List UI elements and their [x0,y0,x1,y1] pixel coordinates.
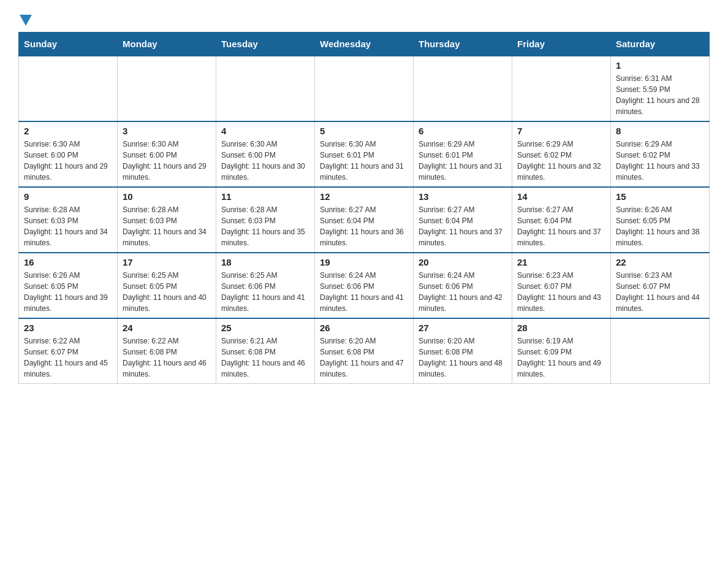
calendar-day-cell: 27Sunrise: 6:20 AM Sunset: 6:08 PM Dayli… [414,318,512,384]
logo-triangle-icon [20,15,32,26]
day-info: Sunrise: 6:26 AM Sunset: 6:05 PM Dayligh… [616,204,704,248]
day-info: Sunrise: 6:28 AM Sunset: 6:03 PM Dayligh… [24,204,112,248]
day-of-week-header: Tuesday [216,33,315,56]
calendar-day-cell [315,56,414,121]
day-info: Sunrise: 6:22 AM Sunset: 6:08 PM Dayligh… [123,335,211,380]
day-number: 14 [517,191,605,202]
day-number: 20 [419,257,507,267]
day-of-week-header: Wednesday [315,33,414,56]
day-number: 10 [123,191,211,202]
day-number: 19 [320,257,408,267]
day-number: 12 [320,191,408,202]
day-info: Sunrise: 6:23 AM Sunset: 6:07 PM Dayligh… [616,270,704,314]
calendar-header-row: SundayMondayTuesdayWednesdayThursdayFrid… [19,33,710,56]
day-info: Sunrise: 6:30 AM Sunset: 6:01 PM Dayligh… [320,139,408,183]
calendar-day-cell [19,56,118,121]
day-info: Sunrise: 6:27 AM Sunset: 6:04 PM Dayligh… [320,204,408,248]
calendar-day-cell: 16Sunrise: 6:26 AM Sunset: 6:05 PM Dayli… [19,253,118,318]
day-info: Sunrise: 6:28 AM Sunset: 6:03 PM Dayligh… [123,204,211,248]
day-info: Sunrise: 6:24 AM Sunset: 6:06 PM Dayligh… [320,270,408,314]
day-number: 16 [24,257,112,267]
calendar-day-cell: 17Sunrise: 6:25 AM Sunset: 6:05 PM Dayli… [118,253,216,318]
day-info: Sunrise: 6:23 AM Sunset: 6:07 PM Dayligh… [517,270,605,314]
day-number: 23 [24,323,112,333]
calendar-week-row: 23Sunrise: 6:22 AM Sunset: 6:07 PM Dayli… [19,318,710,384]
page-header [18,12,710,26]
day-number: 3 [123,126,211,136]
day-info: Sunrise: 6:30 AM Sunset: 6:00 PM Dayligh… [24,139,112,183]
day-info: Sunrise: 6:29 AM Sunset: 6:02 PM Dayligh… [616,139,704,183]
calendar-day-cell: 19Sunrise: 6:24 AM Sunset: 6:06 PM Dayli… [315,253,414,318]
calendar-week-row: 9Sunrise: 6:28 AM Sunset: 6:03 PM Daylig… [19,187,710,253]
calendar-day-cell: 25Sunrise: 6:21 AM Sunset: 6:08 PM Dayli… [216,318,315,384]
calendar-day-cell: 13Sunrise: 6:27 AM Sunset: 6:04 PM Dayli… [414,187,512,253]
day-of-week-header: Friday [512,33,611,56]
calendar-day-cell [118,56,216,121]
calendar-day-cell: 2Sunrise: 6:30 AM Sunset: 6:00 PM Daylig… [19,121,118,187]
calendar-day-cell: 15Sunrise: 6:26 AM Sunset: 6:05 PM Dayli… [611,187,710,253]
day-number: 22 [616,257,704,267]
calendar-day-cell: 1Sunrise: 6:31 AM Sunset: 5:59 PM Daylig… [611,56,710,121]
day-number: 26 [320,323,408,333]
calendar-day-cell: 12Sunrise: 6:27 AM Sunset: 6:04 PM Dayli… [315,187,414,253]
calendar-day-cell: 28Sunrise: 6:19 AM Sunset: 6:09 PM Dayli… [512,318,611,384]
day-number: 24 [123,323,211,333]
calendar-day-cell: 20Sunrise: 6:24 AM Sunset: 6:06 PM Dayli… [414,253,512,318]
day-info: Sunrise: 6:20 AM Sunset: 6:08 PM Dayligh… [320,335,408,380]
day-number: 2 [24,126,112,136]
calendar-day-cell: 10Sunrise: 6:28 AM Sunset: 6:03 PM Dayli… [118,187,216,253]
day-number: 15 [616,191,704,202]
day-number: 4 [221,126,309,136]
calendar-day-cell [611,318,710,384]
calendar-day-cell: 9Sunrise: 6:28 AM Sunset: 6:03 PM Daylig… [19,187,118,253]
calendar-day-cell: 7Sunrise: 6:29 AM Sunset: 6:02 PM Daylig… [512,121,611,187]
calendar-day-cell: 11Sunrise: 6:28 AM Sunset: 6:03 PM Dayli… [216,187,315,253]
day-info: Sunrise: 6:25 AM Sunset: 6:05 PM Dayligh… [123,270,211,314]
day-info: Sunrise: 6:24 AM Sunset: 6:06 PM Dayligh… [419,270,507,314]
day-info: Sunrise: 6:30 AM Sunset: 6:00 PM Dayligh… [221,139,309,183]
calendar-table: SundayMondayTuesdayWednesdayThursdayFrid… [18,32,710,384]
day-info: Sunrise: 6:30 AM Sunset: 6:00 PM Dayligh… [123,139,211,183]
day-number: 13 [419,191,507,202]
calendar-day-cell: 14Sunrise: 6:27 AM Sunset: 6:04 PM Dayli… [512,187,611,253]
day-number: 28 [517,323,605,333]
day-number: 7 [517,126,605,136]
day-number: 1 [616,60,704,71]
calendar-week-row: 2Sunrise: 6:30 AM Sunset: 6:00 PM Daylig… [19,121,710,187]
calendar-day-cell: 3Sunrise: 6:30 AM Sunset: 6:00 PM Daylig… [118,121,216,187]
day-of-week-header: Thursday [414,33,512,56]
logo [18,12,32,26]
calendar-day-cell [414,56,512,121]
day-number: 8 [616,126,704,136]
calendar-day-cell: 23Sunrise: 6:22 AM Sunset: 6:07 PM Dayli… [19,318,118,384]
calendar-day-cell: 8Sunrise: 6:29 AM Sunset: 6:02 PM Daylig… [611,121,710,187]
calendar-day-cell: 5Sunrise: 6:30 AM Sunset: 6:01 PM Daylig… [315,121,414,187]
day-number: 18 [221,257,309,267]
day-number: 27 [419,323,507,333]
calendar-day-cell: 21Sunrise: 6:23 AM Sunset: 6:07 PM Dayli… [512,253,611,318]
day-info: Sunrise: 6:28 AM Sunset: 6:03 PM Dayligh… [221,204,309,248]
day-number: 9 [24,191,112,202]
day-info: Sunrise: 6:22 AM Sunset: 6:07 PM Dayligh… [24,335,112,380]
day-number: 5 [320,126,408,136]
day-number: 17 [123,257,211,267]
calendar-day-cell: 26Sunrise: 6:20 AM Sunset: 6:08 PM Dayli… [315,318,414,384]
day-info: Sunrise: 6:25 AM Sunset: 6:06 PM Dayligh… [221,270,309,314]
day-of-week-header: Monday [118,33,216,56]
day-of-week-header: Sunday [19,33,118,56]
day-number: 6 [419,126,507,136]
day-info: Sunrise: 6:26 AM Sunset: 6:05 PM Dayligh… [24,270,112,314]
day-of-week-header: Saturday [611,33,710,56]
day-info: Sunrise: 6:20 AM Sunset: 6:08 PM Dayligh… [419,335,507,380]
calendar-day-cell: 24Sunrise: 6:22 AM Sunset: 6:08 PM Dayli… [118,318,216,384]
day-number: 11 [221,191,309,202]
day-number: 21 [517,257,605,267]
calendar-day-cell: 22Sunrise: 6:23 AM Sunset: 6:07 PM Dayli… [611,253,710,318]
day-number: 25 [221,323,309,333]
day-info: Sunrise: 6:29 AM Sunset: 6:01 PM Dayligh… [419,139,507,183]
day-info: Sunrise: 6:31 AM Sunset: 5:59 PM Dayligh… [616,73,704,117]
calendar-day-cell: 6Sunrise: 6:29 AM Sunset: 6:01 PM Daylig… [414,121,512,187]
calendar-day-cell: 4Sunrise: 6:30 AM Sunset: 6:00 PM Daylig… [216,121,315,187]
calendar-day-cell [512,56,611,121]
day-info: Sunrise: 6:27 AM Sunset: 6:04 PM Dayligh… [517,204,605,248]
